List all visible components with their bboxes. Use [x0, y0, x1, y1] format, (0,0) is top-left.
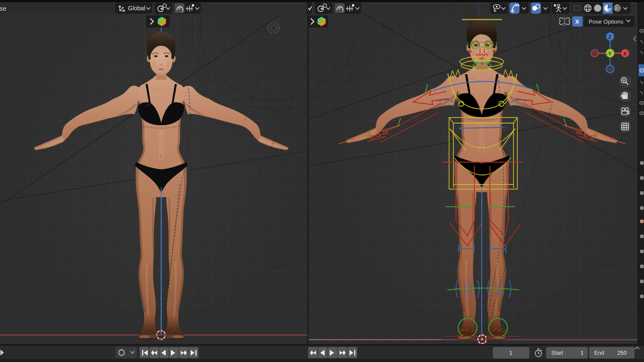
svg-text:End: End — [594, 350, 604, 356]
svg-text:-Y: -Y — [607, 51, 612, 56]
svg-text:1: 1 — [509, 350, 512, 356]
svg-text:X: X — [623, 51, 627, 56]
svg-text:250: 250 — [617, 350, 627, 356]
svg-text:se: se — [0, 5, 6, 12]
svg-text:Start: Start — [551, 350, 563, 356]
svg-text:1: 1 — [580, 350, 583, 356]
svg-text:Pose Options: Pose Options — [589, 18, 623, 25]
svg-text:X: X — [575, 18, 579, 25]
svg-text:Z: Z — [608, 34, 611, 39]
svg-text:Global: Global — [128, 5, 145, 12]
